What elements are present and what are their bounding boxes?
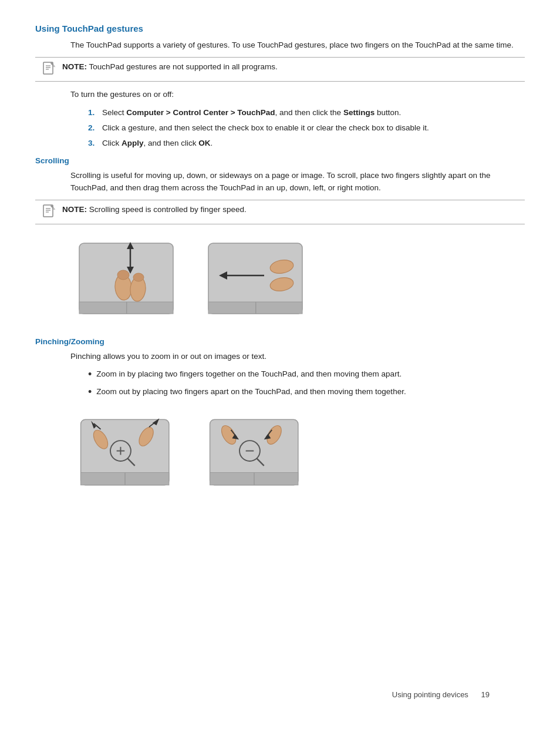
intro-text: The TouchPad supports a variety of gestu… [70, 39, 525, 51]
note-box-2: ✎ NOTE: Scrolling speed is controlled by… [35, 200, 525, 224]
svg-rect-16 [126, 302, 127, 314]
pinching-images [70, 405, 525, 499]
note-icon-1: ✎ [41, 61, 58, 78]
scroll-vertical-image [70, 231, 188, 325]
step-2: 2. Click a gesture, and then select the … [88, 122, 525, 134]
note-text-2: Scrolling speed is controlled by finger … [89, 205, 247, 214]
pinching-bullets: • Zoom in by placing two fingers togethe… [88, 368, 525, 398]
bullet-text-1: Zoom in by placing two fingers together … [96, 368, 402, 381]
steps-list: 1. Select Computer > Control Center > To… [88, 107, 525, 150]
step-3: 3. Click Apply, and then click OK. [88, 137, 525, 149]
note-label-1: NOTE: [62, 62, 87, 71]
zoom-out-image [200, 405, 317, 499]
svg-text:✎: ✎ [52, 206, 56, 211]
note-content-1: NOTE: TouchPad gestures are not supporte… [62, 61, 278, 73]
pinching-heading: Pinching/Zooming [35, 337, 525, 346]
step-num-1: 1. [88, 107, 99, 119]
note-icon-2: ✎ [41, 204, 58, 220]
scrolling-body: Scrolling is useful for moving up, down,… [70, 170, 525, 194]
pinching-body: Pinching allows you to zoom in or out on… [70, 351, 525, 362]
step-num-3: 3. [88, 137, 99, 149]
footer: Using pointing devices 19 [392, 690, 490, 699]
bullet-dot-1: • [88, 368, 92, 381]
turn-on-off-text: To turn the gestures on or off: [70, 89, 525, 100]
bullet-zoom-in: • Zoom in by placing two fingers togethe… [88, 368, 525, 381]
step-text-3: Click Apply, and then click OK. [102, 137, 212, 149]
step-text-1: Select Computer > Control Center > Touch… [102, 107, 401, 119]
main-heading: Using TouchPad gestures [35, 23, 525, 33]
note-label-2: NOTE: [62, 205, 87, 214]
svg-text:✎: ✎ [52, 63, 56, 69]
bullet-text-2: Zoom out by placing two fingers apart on… [96, 386, 406, 399]
scrolling-heading: Scrolling [35, 156, 525, 165]
scroll-horizontal-image [200, 231, 317, 325]
step-1: 1. Select Computer > Control Center > To… [88, 107, 525, 119]
scrolling-images [70, 231, 525, 325]
bullet-dot-2: • [88, 386, 92, 399]
note-box-1: ✎ NOTE: TouchPad gestures are not suppor… [35, 57, 525, 82]
svg-rect-46 [254, 473, 254, 485]
footer-page: 19 [481, 690, 490, 699]
note-text-1: TouchPad gestures are not supported in a… [89, 62, 278, 71]
footer-label: Using pointing devices [392, 690, 468, 699]
note-content-2: NOTE: Scrolling speed is controlled by f… [62, 204, 247, 216]
step-text-2: Click a gesture, and then select the che… [102, 122, 429, 134]
step-num-2: 2. [88, 122, 99, 134]
pinching-section: Pinching/Zooming Pinching allows you to … [35, 337, 525, 499]
scrolling-section: Scrolling Scrolling is useful for moving… [35, 156, 525, 325]
svg-point-18 [117, 270, 129, 280]
zoom-in-image [70, 405, 188, 499]
bullet-zoom-out: • Zoom out by placing two fingers apart … [88, 386, 525, 399]
svg-rect-33 [124, 473, 125, 485]
svg-point-20 [133, 273, 144, 281]
svg-rect-26 [255, 302, 257, 314]
